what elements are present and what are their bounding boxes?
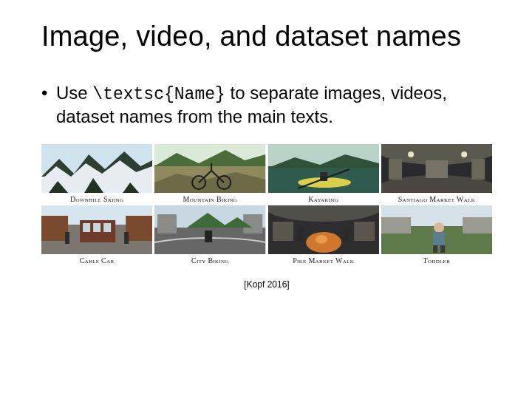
svg-rect-34 (103, 223, 111, 232)
gallery-cell: Santiago Market Walk (381, 144, 492, 203)
svg-rect-51 (344, 228, 349, 241)
svg-rect-59 (440, 245, 445, 253)
citation: [Kopf 2016] (41, 279, 492, 290)
thumb-city-biking (154, 205, 265, 254)
svg-rect-55 (463, 217, 492, 233)
thumb-downhill-skiing (41, 144, 152, 193)
gallery-cell: Cable Car (41, 205, 152, 265)
svg-rect-43 (205, 231, 212, 242)
svg-rect-54 (381, 217, 411, 233)
gallery-cell: Pike Market Walk (268, 205, 379, 265)
gallery-cell: Downhill Skiing (41, 144, 152, 203)
thumb-kayaking (268, 144, 379, 193)
svg-rect-35 (65, 232, 69, 244)
bullet-item: Use \textsc{Name} to separate images, vi… (41, 82, 497, 128)
svg-point-25 (408, 151, 414, 157)
gallery-caption: Cable Car (80, 256, 115, 265)
svg-point-56 (434, 222, 444, 233)
gallery-caption: Kayaking (308, 195, 338, 203)
gallery-cell: City Biking (154, 205, 265, 265)
thumb-toddler (381, 205, 492, 254)
gallery-caption: Mountain Biking (183, 195, 238, 203)
thumb-santiago-market-walk (381, 144, 492, 193)
svg-rect-24 (426, 160, 448, 178)
gallery-caption: City Biking (191, 256, 229, 265)
slide-title: Image, video, and dataset names (41, 21, 497, 52)
gallery-cell: Kayaking (268, 144, 379, 203)
gallery-caption: Toddler (423, 256, 451, 265)
thumb-pike-market-walk (268, 205, 379, 254)
gallery-caption: Santiago Market Walk (398, 195, 475, 203)
bullet-text-pre: Use (56, 83, 92, 103)
svg-rect-46 (273, 222, 293, 241)
slide: Image, video, and dataset names Use \tex… (0, 0, 532, 304)
bullet-code: \textsc{Name} (92, 85, 225, 104)
gallery-caption: Downhill Skiing (70, 195, 123, 203)
svg-rect-39 (157, 214, 177, 233)
svg-rect-57 (433, 232, 445, 245)
svg-rect-47 (354, 222, 375, 241)
thumb-mountain-biking (154, 144, 265, 193)
svg-point-49 (316, 235, 327, 244)
thumb-cable-car (41, 205, 152, 254)
gallery-caption: Pike Market Walk (293, 256, 354, 265)
gallery-cell: Toddler (381, 205, 492, 265)
svg-rect-29 (41, 216, 68, 241)
svg-rect-23 (471, 159, 485, 180)
svg-rect-50 (298, 228, 304, 241)
svg-rect-33 (93, 223, 100, 232)
svg-rect-36 (124, 232, 129, 244)
gallery-cell: Mountain Biking (154, 144, 265, 203)
image-gallery: Downhill Skiing Mountain Biking (41, 144, 492, 265)
svg-rect-22 (389, 159, 402, 180)
svg-point-26 (461, 151, 467, 157)
svg-rect-32 (83, 223, 90, 232)
svg-rect-58 (433, 245, 437, 253)
svg-rect-30 (126, 216, 152, 241)
